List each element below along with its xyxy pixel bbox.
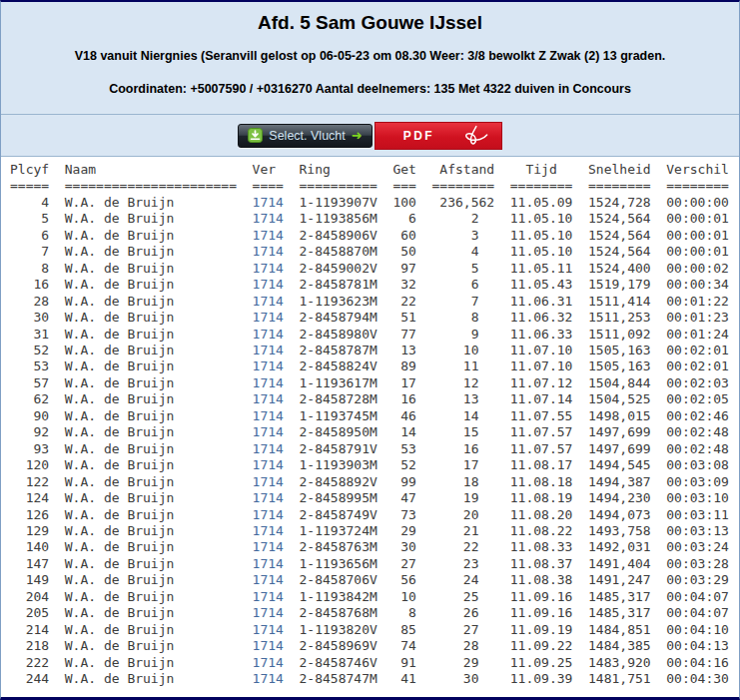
table-row-snelheid: 1519,179 <box>588 277 651 293</box>
table-header-row-verschil: Verschil <box>666 162 729 178</box>
table-header-row-tijd: Tijd <box>510 162 573 178</box>
ver-link[interactable]: 1714 <box>253 211 284 227</box>
ver-link[interactable]: 1714 <box>253 343 284 358</box>
table-row-naam: W.A. de Bruijn <box>65 424 237 440</box>
table-row-snelheid: 1494,073 <box>588 507 651 523</box>
table-row-ring: 1-1193820V <box>300 622 377 638</box>
table-row: 5W.A. de Bruijn17141-1193856M62 11.05.10… <box>10 211 739 227</box>
table-row-get: 73 <box>392 507 415 523</box>
ver-link[interactable]: 1714 <box>253 228 284 244</box>
table-separator-row-ver: ==== <box>253 178 284 194</box>
ver-link[interactable]: 1714 <box>253 474 284 490</box>
table-row-naam: W.A. de Bruijn <box>65 638 237 654</box>
table-row-plcyf: 57 <box>10 375 49 391</box>
table-row-tijd: 11.09.39 <box>510 671 573 687</box>
table-row-tijd: 11.07.12 <box>510 375 573 391</box>
ver-link[interactable]: 1714 <box>253 294 284 310</box>
ver-link[interactable]: 1714 <box>253 539 284 555</box>
pdf-button[interactable]: PDF <box>374 122 502 150</box>
table-row-snelheid: 1494,387 <box>588 474 651 490</box>
table-row-snelheid: 1524,564 <box>588 244 651 260</box>
ver-link[interactable]: 1714 <box>253 556 284 572</box>
ver-link[interactable]: 1714 <box>253 490 284 506</box>
ver-link[interactable]: 1714 <box>253 195 284 211</box>
table-row-afstand: 3 <box>432 228 495 244</box>
ver-link[interactable]: 1714 <box>253 244 284 260</box>
table-row-snelheid: 1511,253 <box>588 310 651 326</box>
ver-link[interactable]: 1714 <box>253 622 284 638</box>
table-row: 129W.A. de Bruijn17141-1193724M2921 11.0… <box>10 523 739 539</box>
table-row-snelheid: 1481,751 <box>588 671 651 687</box>
table-row-ring: 1-1193842M <box>300 589 377 605</box>
table-row-get: 51 <box>392 310 415 326</box>
table-row-ring: 1-1193856M <box>300 211 377 227</box>
table-row-naam: W.A. de Bruijn <box>65 408 237 424</box>
ver-link[interactable]: 1714 <box>253 441 284 457</box>
table-row-plcyf: 7 <box>10 244 49 260</box>
table-row-plcyf: 204 <box>10 589 49 605</box>
ver-link[interactable]: 1714 <box>253 605 284 621</box>
ver-link[interactable]: 1714 <box>253 523 284 539</box>
table-row-get: 89 <box>392 358 415 374</box>
ver-link[interactable]: 1714 <box>253 671 284 687</box>
table-header-row-snelheid: Snelheid <box>588 162 651 178</box>
ver-link[interactable]: 1714 <box>253 572 284 588</box>
table-row: 120W.A. de Bruijn17141-1193903M5217 11.0… <box>10 457 739 473</box>
table-row-ring: 1-1193617M <box>300 375 377 391</box>
select-vlucht-button[interactable]: Select. Vlucht ➜ <box>238 124 371 148</box>
ver-link[interactable]: 1714 <box>253 391 284 407</box>
table-row-afstand: 23 <box>432 556 495 572</box>
table-row-plcyf: 30 <box>10 310 49 326</box>
table-row-get: 10 <box>392 589 415 605</box>
table-row-verschil: 00:00:01 <box>666 211 729 227</box>
table-row-tijd: 11.05.11 <box>510 261 573 277</box>
table-row-verschil: 00:00:00 <box>666 195 729 211</box>
results-table: PlcyfNaamVer RingGetAfstandTijd Snelheid… <box>1 157 739 697</box>
ver-link[interactable]: 1714 <box>253 424 284 440</box>
table-row-ring: 1-1193907V <box>300 195 377 211</box>
ver-link[interactable]: 1714 <box>253 457 284 473</box>
table-row-afstand: 29 <box>432 655 495 671</box>
ver-link[interactable]: 1714 <box>253 375 284 391</box>
table-row-ring: 1-1193745M <box>300 408 377 424</box>
table-row-verschil: 00:03:09 <box>666 474 729 490</box>
ver-link[interactable]: 1714 <box>253 261 284 277</box>
table-row-tijd: 11.07.57 <box>510 441 573 457</box>
ver-link[interactable]: 1714 <box>253 277 284 293</box>
ver-link[interactable]: 1714 <box>253 358 284 374</box>
arrow-right-icon: ➜ <box>352 129 363 142</box>
ver-link[interactable]: 1714 <box>253 507 284 523</box>
table-row-afstand: 28 <box>432 638 495 654</box>
ver-link[interactable]: 1714 <box>253 655 284 671</box>
table-row-snelheid: 1498,015 <box>588 408 651 424</box>
table-row-verschil: 00:03:13 <box>666 523 729 539</box>
table-row: 53W.A. de Bruijn17142-8458824V8911 11.07… <box>10 358 739 374</box>
page-title: Afd. 5 Sam Gouwe IJssel <box>1 11 739 35</box>
table-separator-row: ========================================… <box>10 178 739 194</box>
table-row-plcyf: 126 <box>10 507 49 523</box>
table-row-afstand: 16 <box>432 441 495 457</box>
table-row-verschil: 00:02:48 <box>666 424 729 440</box>
ver-link[interactable]: 1714 <box>253 310 284 326</box>
table-row-naam: W.A. de Bruijn <box>65 310 237 326</box>
ver-link[interactable]: 1714 <box>253 589 284 605</box>
table-row-verschil: 00:04:16 <box>666 655 729 671</box>
table-row-ring: 2-8458763M <box>300 539 377 555</box>
table-row-naam: W.A. de Bruijn <box>65 589 237 605</box>
table-row-get: 16 <box>392 391 415 407</box>
ver-link[interactable]: 1714 <box>253 327 284 343</box>
table-row: 57W.A. de Bruijn17141-1193617M1712 11.07… <box>10 375 739 391</box>
table-row-plcyf: 52 <box>10 343 49 358</box>
ver-link[interactable]: 1714 <box>253 638 284 654</box>
table-row-naam: W.A. de Bruijn <box>65 228 237 244</box>
table-row-plcyf: 124 <box>10 490 49 506</box>
table-row: 4W.A. de Bruijn17141-1193907V100236,5621… <box>10 195 739 211</box>
ver-link[interactable]: 1714 <box>253 408 284 424</box>
table-row-get: 41 <box>392 671 415 687</box>
table-row-get: 56 <box>392 572 415 588</box>
table-row-get: 32 <box>392 277 415 293</box>
table-row-snelheid: 1497,699 <box>588 441 651 457</box>
table-row: 244W.A. de Bruijn17142-8458747M4130 11.0… <box>10 671 739 687</box>
table-row-tijd: 11.07.55 <box>510 408 573 424</box>
results-page: Afd. 5 Sam Gouwe IJssel V18 vanuit Nierg… <box>0 0 740 700</box>
